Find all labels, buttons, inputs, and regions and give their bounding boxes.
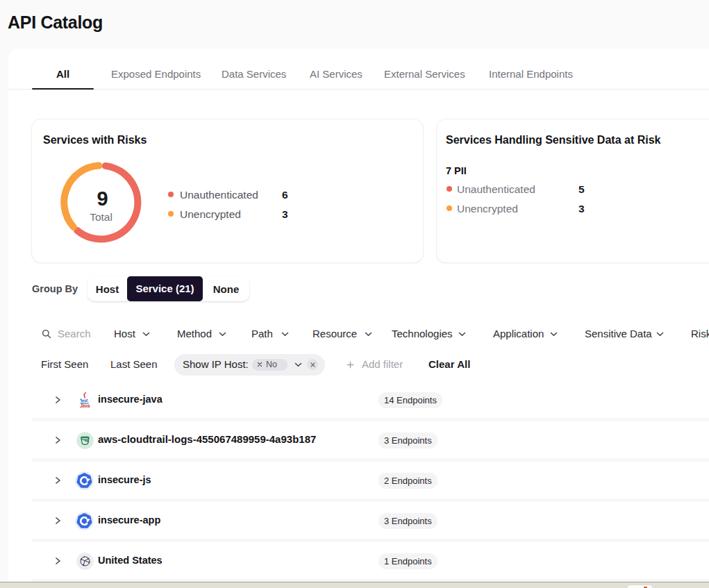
svg-text:Java: Java: [80, 403, 90, 408]
